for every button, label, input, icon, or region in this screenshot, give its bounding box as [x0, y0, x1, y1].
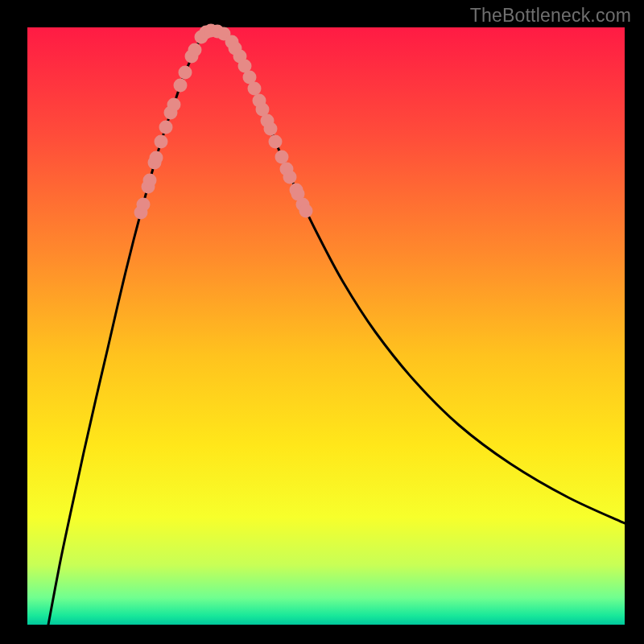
sample-dot [248, 82, 262, 96]
sample-dot [275, 151, 289, 164]
chart-frame: TheBottleneck.com [0, 0, 644, 644]
sample-dot [137, 198, 151, 212]
sample-dot [188, 43, 202, 57]
plot-area [27, 27, 625, 625]
sample-dot [174, 79, 188, 93]
watermark-text: TheBottleneck.com [470, 5, 631, 27]
sample-dot [269, 135, 283, 149]
sample-dot [283, 171, 297, 184]
chart-svg [27, 27, 625, 625]
sample-dot [150, 151, 163, 165]
sample-dot [179, 66, 192, 80]
bottleneck-curve [48, 31, 625, 625]
sample-dot [143, 174, 157, 188]
sample-dots-group [134, 24, 313, 220]
sample-dot [299, 204, 313, 218]
sample-dot [264, 122, 278, 136]
sample-dot [167, 98, 181, 112]
sample-dot [155, 135, 168, 149]
sample-dot [159, 121, 173, 134]
